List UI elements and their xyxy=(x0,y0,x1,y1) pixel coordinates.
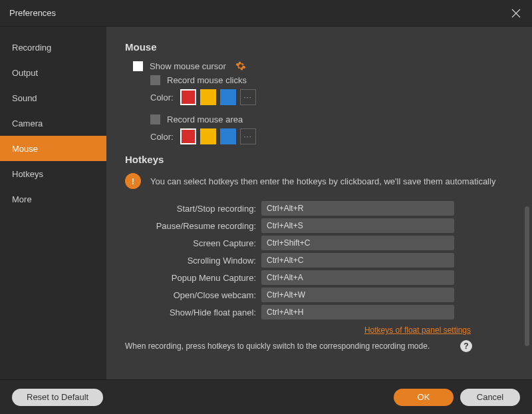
titlebar: Preferences xyxy=(0,0,532,27)
hk-input-scroll[interactable] xyxy=(261,253,454,268)
main-panel: Mouse Show mouse cursor Record mouse cli… xyxy=(106,27,532,379)
info-icon: ! xyxy=(125,173,141,189)
sidebar-item-hotkeys[interactable]: Hotkeys xyxy=(0,161,106,186)
ok-button[interactable]: OK xyxy=(394,389,454,406)
record-clicks-label: Record mouse clicks xyxy=(167,75,247,85)
area-color-more-button[interactable]: ··· xyxy=(240,128,256,144)
show-cursor-label: Show mouse cursor xyxy=(150,61,226,71)
record-area-label: Record mouse area xyxy=(167,114,243,124)
hk-label-start: Start/Stop recording: xyxy=(125,204,261,214)
reset-button[interactable]: Reset to Default xyxy=(12,389,103,406)
clicks-color-yellow[interactable] xyxy=(200,89,216,105)
sidebar-item-mouse[interactable]: Mouse xyxy=(0,136,106,161)
hk-input-capture[interactable] xyxy=(261,236,454,250)
help-icon[interactable]: ? xyxy=(460,340,472,352)
show-cursor-checkbox[interactable] xyxy=(133,61,143,71)
sidebar-item-camera[interactable]: Camera xyxy=(0,110,106,136)
hotkeys-heading: Hotkeys xyxy=(125,154,512,165)
hk-label-scroll: Scrolling Window: xyxy=(125,256,261,266)
clicks-color-red[interactable] xyxy=(180,89,196,105)
record-clicks-checkbox[interactable] xyxy=(150,75,160,85)
sidebar-item-sound[interactable]: Sound xyxy=(0,85,106,110)
sidebar-item-more[interactable]: More xyxy=(0,186,106,212)
sidebar-item-recording[interactable]: Recording xyxy=(0,35,106,60)
mouse-heading: Mouse xyxy=(125,41,512,53)
area-color-blue[interactable] xyxy=(220,128,236,144)
footer: Reset to Default OK Cancel xyxy=(0,379,532,414)
float-panel-hotkeys-link[interactable]: Hotkeys of float panel settings xyxy=(364,325,471,335)
cancel-button[interactable]: Cancel xyxy=(460,389,520,406)
hk-input-float[interactable] xyxy=(261,305,454,319)
area-color-label: Color: xyxy=(150,132,174,142)
window-title: Preferences xyxy=(9,8,56,18)
hk-label-capture: Screen Capture: xyxy=(125,238,261,248)
clicks-color-blue[interactable] xyxy=(220,89,236,105)
hk-label-webcam: Open/Close webcam: xyxy=(125,290,261,300)
clicks-color-more-button[interactable]: ··· xyxy=(240,89,256,105)
area-color-yellow[interactable] xyxy=(200,128,216,144)
close-icon[interactable] xyxy=(509,7,523,20)
gear-icon[interactable] xyxy=(235,61,246,71)
area-color-red[interactable] xyxy=(180,128,196,144)
hotkeys-hint: When recording, press hotkeys to quickly… xyxy=(125,341,430,351)
hk-input-pause[interactable] xyxy=(261,218,454,233)
hk-input-start[interactable] xyxy=(261,201,454,216)
sidebar-item-output[interactable]: Output xyxy=(0,60,106,85)
scrollbar[interactable] xyxy=(525,206,529,346)
hk-label-popup: Popup Menu Capture: xyxy=(125,273,261,283)
clicks-color-label: Color: xyxy=(150,93,174,103)
hk-label-pause: Pause/Resume recording: xyxy=(125,221,261,231)
record-area-checkbox[interactable] xyxy=(150,114,160,124)
hk-label-float: Show/Hide float panel: xyxy=(125,308,261,317)
hk-input-popup[interactable] xyxy=(261,270,454,285)
hk-input-webcam[interactable] xyxy=(261,288,454,302)
hotkeys-tip: You can select hotkeys then enter the ho… xyxy=(150,176,495,186)
sidebar: Recording Output Sound Camera Mouse Hotk… xyxy=(0,27,106,379)
